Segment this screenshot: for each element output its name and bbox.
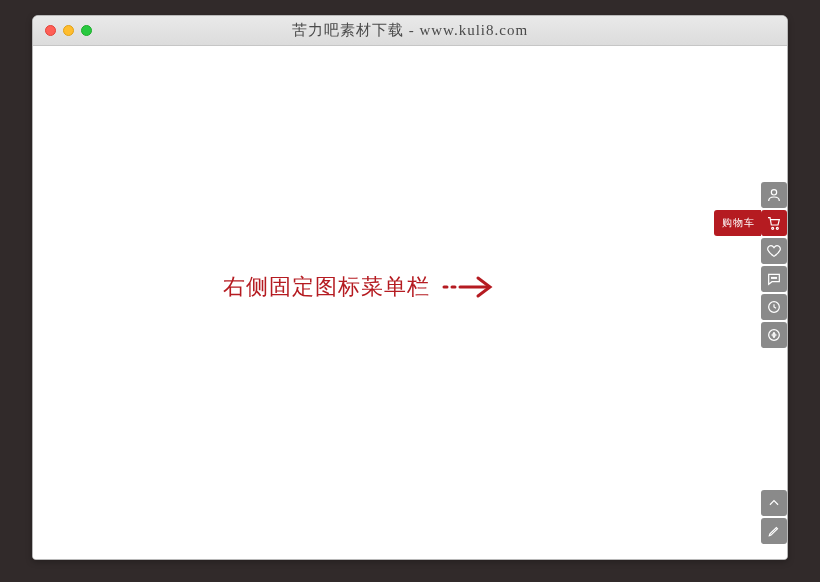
sidebar-item-top[interactable] [761, 490, 787, 516]
heart-icon [766, 243, 782, 259]
caption-text: 右侧固定图标菜单栏 [223, 272, 430, 302]
window-controls [45, 25, 92, 36]
svg-point-8 [775, 277, 776, 278]
qrcode-icon [766, 327, 782, 343]
sidebar-item-chat[interactable] [761, 266, 787, 292]
sidebar-item-history[interactable] [761, 294, 787, 320]
caption: 右侧固定图标菜单栏 [223, 272, 502, 302]
page-content: 右侧固定图标菜单栏 [33, 46, 787, 559]
sidebar-item-qrcode[interactable] [761, 322, 787, 348]
sidebar-tooltip-cart: 购物车 [714, 210, 761, 236]
user-icon [766, 187, 782, 203]
clock-icon [766, 299, 782, 315]
minimize-button[interactable] [63, 25, 74, 36]
chevron-up-icon [767, 496, 781, 510]
titlebar: 苦力吧素材下载 - www.kuli8.com [33, 16, 787, 46]
browser-window: 苦力吧素材下载 - www.kuli8.com 右侧固定图标菜单栏 [32, 15, 788, 560]
arrow-right-icon [442, 275, 502, 299]
svg-point-4 [772, 227, 774, 229]
sidebar-item-favorite[interactable] [761, 238, 787, 264]
sidebar-item-user[interactable] [761, 182, 787, 208]
sidebar-item-cart[interactable]: 购物车 [761, 210, 787, 236]
sidebar-main: 购物车 [761, 182, 787, 348]
sidebar-bottom [761, 490, 787, 544]
svg-point-3 [771, 190, 776, 195]
cart-icon [766, 215, 782, 231]
svg-point-5 [776, 227, 778, 229]
close-button[interactable] [45, 25, 56, 36]
sidebar-item-edit[interactable] [761, 518, 787, 544]
chat-icon [766, 271, 782, 287]
window-title: 苦力吧素材下载 - www.kuli8.com [33, 21, 787, 40]
pencil-icon [767, 524, 781, 538]
maximize-button[interactable] [81, 25, 92, 36]
svg-point-7 [773, 277, 774, 278]
svg-point-6 [771, 277, 772, 278]
